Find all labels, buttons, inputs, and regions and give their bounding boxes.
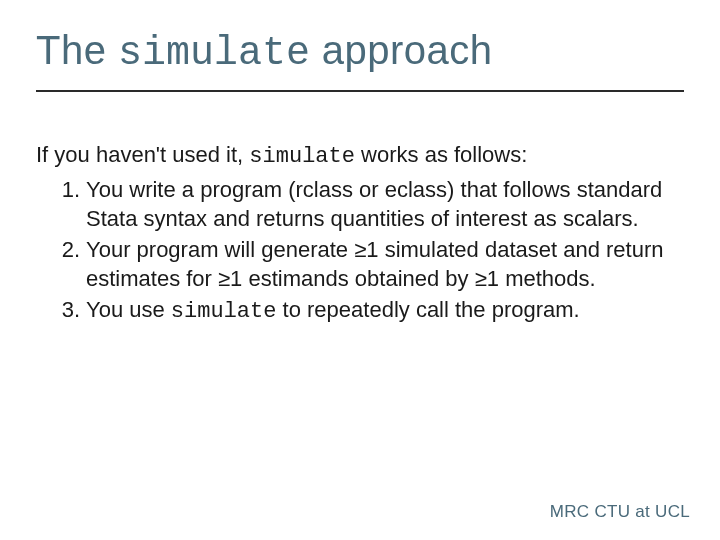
title-underline: [36, 90, 684, 92]
item-number: 2.: [54, 235, 80, 264]
list-item: 2. Your program will generate ≥1 simulat…: [64, 235, 684, 293]
item-number: 1.: [54, 175, 80, 204]
intro-code: simulate: [249, 144, 355, 169]
item-post: to repeatedly call the program.: [276, 297, 579, 322]
intro-pre: If you haven't used it,: [36, 142, 249, 167]
intro-post: works as follows:: [355, 142, 527, 167]
title-code: simulate: [118, 31, 310, 76]
list-item: 1. You write a program (rclass or eclass…: [64, 175, 684, 233]
item-code: simulate: [171, 299, 277, 324]
slide-title: The simulate approach: [36, 28, 684, 76]
item-pre: You use: [86, 297, 171, 322]
list-item: 3. You use simulate to repeatedly call t…: [64, 295, 684, 326]
footer-text: MRC CTU at UCL: [550, 502, 690, 522]
intro-line: If you haven't used it, simulate works a…: [36, 140, 684, 171]
item-text: Your program will generate ≥1 simulated …: [86, 237, 663, 291]
title-post: approach: [310, 28, 492, 72]
item-text: You write a program (rclass or eclass) t…: [86, 177, 662, 231]
slide-body: If you haven't used it, simulate works a…: [36, 140, 684, 326]
title-pre: The: [36, 28, 118, 72]
slide: The simulate approach If you haven't use…: [0, 0, 720, 540]
numbered-list: 1. You write a program (rclass or eclass…: [36, 175, 684, 326]
item-number: 3.: [54, 295, 80, 324]
